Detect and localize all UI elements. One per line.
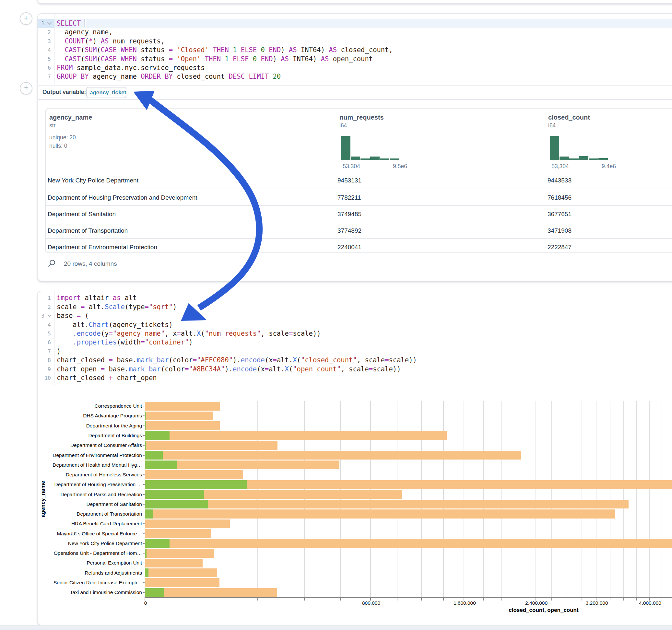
search-icon[interactable] (47, 260, 56, 269)
chart-gridline (581, 401, 582, 597)
bar-open-count (145, 500, 208, 508)
table-row[interactable]: New York City Police Department945313194… (46, 172, 672, 189)
chart-gridline (502, 401, 502, 597)
page-bottom-strip-2 (0, 628, 672, 630)
line-number: 10 (37, 374, 51, 382)
y-axis-label: Department of Sanitation (48, 501, 142, 507)
bar-closed-count (145, 441, 278, 450)
bar-closed-count (145, 519, 230, 528)
code-line[interactable]: chart_closed + chart_open (57, 374, 157, 382)
chart-gridline (519, 401, 519, 597)
bar-closed-count (145, 578, 219, 587)
y-axis-tick (143, 524, 145, 524)
bar-closed-count (145, 402, 220, 411)
y-axis-title: agency_name (40, 463, 46, 535)
y-axis-label: Senior Citizen Rent Increase Exempti… (48, 580, 142, 586)
code-line[interactable]: scale = alt.Scale(type="sqrt") (57, 303, 177, 311)
x-axis-tick (257, 598, 258, 601)
bar-closed-count (145, 470, 243, 479)
y-axis-tick (143, 475, 145, 475)
code-line[interactable]: chart_closed = base.mark_bar(color="#FFC… (57, 356, 417, 365)
column-type: i64 (548, 122, 556, 129)
code-line[interactable]: import altair as alt (57, 294, 137, 302)
code-line[interactable]: alt.Chart(agency_tickets) (57, 320, 173, 329)
output-variable-chip[interactable]: agency_tickets (86, 87, 126, 98)
code-line[interactable]: ) (57, 347, 61, 356)
x-axis-tick-label: 1,600,000 (442, 600, 487, 606)
x-axis-tick (502, 598, 502, 601)
bar-closed-count (145, 509, 615, 518)
code-line[interactable]: FROM sample_data.nyc.service_requests (57, 64, 205, 72)
line-number: 2 (37, 303, 51, 311)
chart-gridline (551, 401, 552, 597)
code-line[interactable]: chart_open = base.mark_bar(color="#8BC34… (57, 365, 401, 374)
table-cell: Department of Transportation (48, 222, 128, 239)
y-axis-label: Refunds and Adjustments (48, 570, 142, 576)
line-number: 3 (37, 37, 51, 46)
active-line-highlight (38, 19, 672, 28)
bar-closed-count (145, 549, 214, 558)
table-row[interactable]: Department of Environmental Protection22… (46, 238, 672, 256)
chart-gridline (662, 401, 662, 597)
line-number: 6 (37, 338, 51, 347)
chart-gridline (443, 401, 444, 597)
code-line[interactable]: CAST(SUM(CASE WHEN status = 'Closed' THE… (57, 46, 393, 54)
x-axis-tick (397, 598, 398, 601)
table-cell: New York City Police Department (48, 172, 138, 189)
bar-closed-count (145, 559, 202, 567)
bar-closed-count (145, 529, 211, 538)
table-row[interactable]: Department of Transportation377489234719… (46, 222, 672, 239)
y-axis-label: Mayorâ€ s Office of Special Enforce… (48, 531, 142, 537)
column-stat: nulls: 0 (49, 143, 67, 149)
code-line[interactable]: .properties(width="container") (57, 338, 193, 347)
chart-gridline (535, 401, 536, 597)
bar-open-count (145, 421, 146, 430)
chart-gridline (397, 401, 398, 597)
chart-gridline (567, 401, 567, 597)
y-axis-tick (143, 494, 145, 495)
y-axis-tick (143, 426, 145, 426)
add-cell-button-2[interactable]: + (20, 82, 32, 95)
code-line[interactable]: .encode(y="agency_name", x=alt.X("num_re… (57, 329, 321, 338)
bar-closed-count (145, 500, 628, 508)
y-axis-label: Department of Health and Mental Hyg… (48, 462, 142, 468)
y-axis-tick (143, 484, 145, 485)
line-number: 5 (37, 55, 51, 64)
y-axis-label: Department of Environmental Protection (48, 453, 142, 458)
code-line[interactable]: SELECT (57, 19, 85, 28)
y-axis-tick (143, 592, 145, 593)
bar-open-count (145, 509, 153, 518)
table-cell: Department of Environmental Protection (48, 239, 157, 256)
column-stat: unique: 20 (49, 134, 76, 141)
bar-closed-count (145, 568, 217, 577)
code-line[interactable]: CAST(SUM(CASE WHEN status = 'Open' THEN … (57, 55, 373, 64)
line-number: 4 (37, 320, 51, 329)
code-line[interactable]: base = ( (57, 311, 89, 320)
x-axis-line (145, 597, 672, 598)
code-line[interactable]: GROUP BY agency_name ORDER BY closed_cou… (57, 72, 281, 81)
table-cell: 2222847 (548, 239, 572, 256)
column-histogram (550, 136, 608, 160)
y-axis-label: Department of Consumer Affairs (48, 442, 142, 448)
x-axis-tick (340, 598, 341, 601)
y-axis-tick (143, 445, 145, 445)
add-cell-button[interactable]: + (20, 12, 32, 25)
y-axis-tick (143, 543, 145, 544)
bar-open-count (145, 480, 247, 489)
table-row[interactable]: Department of Sanitation37494853677651 (46, 205, 672, 222)
code-line[interactable]: agency_name, (57, 28, 113, 37)
x-axis-tick-label: 2,400,000 (514, 600, 559, 606)
histogram-max-label: 9.4e6 (589, 163, 628, 170)
code-line[interactable]: COUNT(*) AS num_requests, (57, 37, 165, 46)
chart-gridline (257, 401, 258, 597)
line-number: 8 (37, 356, 51, 365)
bar-closed-count (145, 412, 213, 420)
x-axis-tick-label: 4,000,000 (627, 600, 672, 606)
table-cell: 9453131 (337, 172, 361, 189)
bar-open-count (145, 412, 146, 420)
line-number: 1 (37, 294, 51, 302)
x-axis-tick (421, 598, 422, 601)
x-axis-tick-label: 0 (123, 600, 168, 606)
column-name: num_requests (339, 114, 384, 121)
table-row[interactable]: Department of Housing Preservation and D… (46, 189, 672, 206)
